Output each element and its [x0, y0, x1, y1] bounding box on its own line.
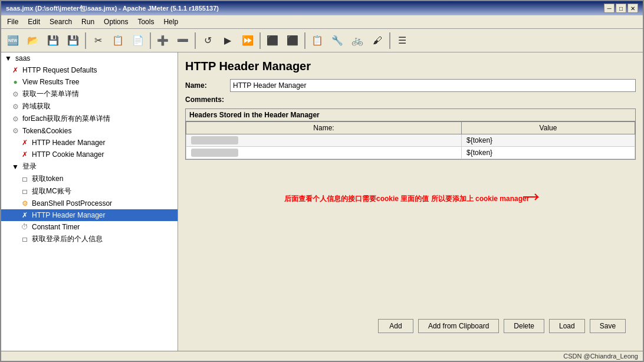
- toolbar-remote[interactable]: ⬛: [263, 31, 282, 50]
- tree-item-http-header-manager-2[interactable]: ✗ HTTP Header Manager: [1, 209, 178, 221]
- toolbar-copy[interactable]: 📋: [109, 31, 127, 50]
- toolbar-help[interactable]: 📋: [308, 31, 327, 50]
- blurred-name-1: [191, 136, 238, 144]
- headers-table: Name: Value ${token} ${token}: [186, 121, 635, 159]
- header-value-cell-2[interactable]: ${token}: [462, 147, 635, 159]
- toolbar-open[interactable]: 📂: [24, 31, 42, 50]
- toolbar-settings[interactable]: 🔧: [328, 31, 347, 50]
- toolbar-separator-6: [389, 32, 390, 49]
- window-title: saas.jmx (D:\soft\jmeter包\saas.jmx) - Ap…: [6, 4, 219, 13]
- personal-info-icon: □: [20, 235, 29, 244]
- name-row: Name:: [185, 79, 636, 92]
- toolbar-remote2[interactable]: ⬛: [283, 31, 302, 50]
- col-value-header: Value: [462, 122, 635, 134]
- tree-label-foreach-fetch: forEach获取所有的菜单详情: [22, 114, 110, 124]
- toolbar-list[interactable]: ☰: [393, 31, 412, 50]
- tree-label-fetch-mc-account: 提取MC账号: [32, 186, 71, 196]
- cookie-manager-icon: ✗: [20, 150, 29, 159]
- menu-bar: File Edit Search Run Options Tools Help: [1, 15, 643, 29]
- toolbar-reset[interactable]: ↺: [198, 31, 217, 50]
- tree-label-token-cookies: Token&Cookies: [22, 127, 71, 135]
- name-label: Name:: [185, 81, 226, 90]
- maximize-button[interactable]: □: [616, 4, 626, 13]
- add-from-clipboard-button[interactable]: Add from Clipboard: [418, 319, 499, 333]
- tree-label-constant-timer: Constant Timer: [32, 223, 80, 231]
- tree-item-beanshell-postprocessor[interactable]: ⚙ BeanShell PostProcessor: [1, 198, 178, 209]
- menu-file[interactable]: File: [4, 17, 22, 27]
- toolbar-run[interactable]: ▶: [218, 31, 237, 50]
- blurred-name-2: [191, 149, 238, 157]
- http-request-icon: ✗: [11, 65, 20, 75]
- tree-label-fetch-personal-info: 获取登录后的个人信息: [32, 234, 103, 244]
- timer-icon: ⏱: [20, 222, 29, 232]
- header-name-cell-2[interactable]: [186, 147, 462, 159]
- toolbar-bike[interactable]: 🚲: [348, 31, 367, 50]
- toolbar-new[interactable]: 🆕: [4, 31, 22, 50]
- tree-item-cross-fetch[interactable]: ⚙ 跨域获取: [1, 100, 178, 113]
- add-button[interactable]: Add: [378, 319, 413, 333]
- load-button[interactable]: Load: [549, 319, 585, 333]
- headers-table-container: Headers Stored in the Header Manager Nam…: [185, 108, 636, 160]
- toolbar-paste[interactable]: 📄: [129, 31, 147, 50]
- header-name-cell-1[interactable]: [186, 134, 462, 147]
- toolbar-separator-5: [304, 32, 305, 49]
- beanshell-icon: ⚙: [20, 199, 29, 208]
- menu-run[interactable]: Run: [78, 17, 98, 27]
- comments-label: Comments:: [185, 96, 224, 104]
- main-window: saas.jmx (D:\soft\jmeter包\saas.jmx) - Ap…: [0, 0, 644, 362]
- header-manager-icon-2: ✗: [20, 210, 29, 220]
- tree-item-token-cookies[interactable]: ⚙ Token&Cookies: [1, 125, 178, 137]
- tree-item-constant-timer[interactable]: ⏱ Constant Timer: [1, 221, 178, 233]
- panel-title: HTTP Header Manager: [185, 60, 636, 73]
- save-button[interactable]: Save: [590, 319, 626, 333]
- tree-item-http-cookie-manager[interactable]: ✗ HTTP Cookie Manager: [1, 149, 178, 160]
- toolbar-paint[interactable]: 🖌: [368, 31, 387, 50]
- window-controls: ─ □ ✕: [604, 4, 638, 13]
- menu-tools[interactable]: Tools: [134, 17, 157, 27]
- table-row: ${token}: [186, 147, 635, 159]
- main-content: ▼ saas ✗ HTTP Request Defaults ● View Re…: [1, 52, 643, 351]
- toolbar-cut[interactable]: ✂: [88, 31, 107, 50]
- tree-label-view-results-tree: View Results Tree: [22, 78, 80, 86]
- menu-help[interactable]: Help: [160, 17, 182, 27]
- annotation-text: 后面查看个人信息的接口需要cookie 里面的值 所以要添加上 cookie m…: [284, 195, 529, 203]
- bottom-buttons: Add Add from Clipboard Delete Load Save: [361, 319, 643, 333]
- cog-icon-1: ⚙: [11, 90, 20, 99]
- col-name-header: Name:: [186, 122, 462, 134]
- status-text: CSDN @Chiandra_Leong: [563, 353, 638, 360]
- toolbar-expand[interactable]: ➕: [153, 31, 172, 50]
- tree-item-saas[interactable]: ▼ saas: [1, 52, 178, 64]
- name-input[interactable]: [230, 79, 636, 92]
- toolbar-stop[interactable]: ⏩: [238, 31, 257, 50]
- right-panel: HTTP Header Manager Name: Comments: Head…: [178, 52, 643, 351]
- tree-label-fetch-menu-detail: 获取一个菜单详情: [22, 89, 79, 99]
- menu-options[interactable]: Options: [100, 17, 132, 27]
- toolbar-collapse[interactable]: ➖: [173, 31, 192, 50]
- menu-edit[interactable]: Edit: [24, 17, 44, 27]
- toolbar-save[interactable]: 💾: [44, 31, 63, 50]
- annotation-arrow: [523, 191, 541, 203]
- tree-item-http-header-manager-1[interactable]: ✗ HTTP Header Manager: [1, 137, 178, 149]
- comments-row: Comments:: [185, 96, 636, 104]
- tree-item-fetch-menu-detail[interactable]: ⚙ 获取一个菜单详情: [1, 88, 178, 100]
- toolbar-separator-2: [150, 32, 151, 49]
- minimize-button[interactable]: ─: [604, 4, 615, 13]
- tree-item-view-results-tree[interactable]: ● View Results Tree: [1, 76, 178, 88]
- close-button[interactable]: ✕: [627, 4, 638, 13]
- toolbar-save2[interactable]: 💾: [64, 31, 83, 50]
- tree-item-login[interactable]: ▼ 登录: [1, 160, 178, 173]
- tree-item-foreach-fetch[interactable]: ⚙ forEach获取所有的菜单详情: [1, 113, 178, 125]
- tree-item-http-request-defaults[interactable]: ✗ HTTP Request Defaults: [1, 64, 178, 76]
- status-bar: CSDN @Chiandra_Leong: [1, 351, 643, 361]
- tree-item-fetch-personal-info[interactable]: □ 获取登录后的个人信息: [1, 233, 178, 245]
- tree-item-fetch-mc-account[interactable]: □ 提取MC账号: [1, 185, 178, 198]
- tree-item-fetch-token[interactable]: □ 获取token: [1, 173, 178, 185]
- tree-label-cross-fetch: 跨域获取: [22, 101, 51, 111]
- delete-button[interactable]: Delete: [504, 319, 544, 333]
- menu-search[interactable]: Search: [46, 17, 75, 27]
- tree-label-http-cookie-manager: HTTP Cookie Manager: [32, 150, 104, 159]
- header-value-cell-1[interactable]: ${token}: [462, 134, 635, 147]
- toolbar: 🆕 📂 💾 💾 ✂ 📋 📄 ➕ ➖ ↺ ▶ ⏩ ⬛ ⬛ 📋 🔧 🚲 🖌 ☰: [1, 29, 643, 52]
- headers-section-title: Headers Stored in the Header Manager: [186, 109, 635, 121]
- toolbar-separator-1: [85, 32, 86, 49]
